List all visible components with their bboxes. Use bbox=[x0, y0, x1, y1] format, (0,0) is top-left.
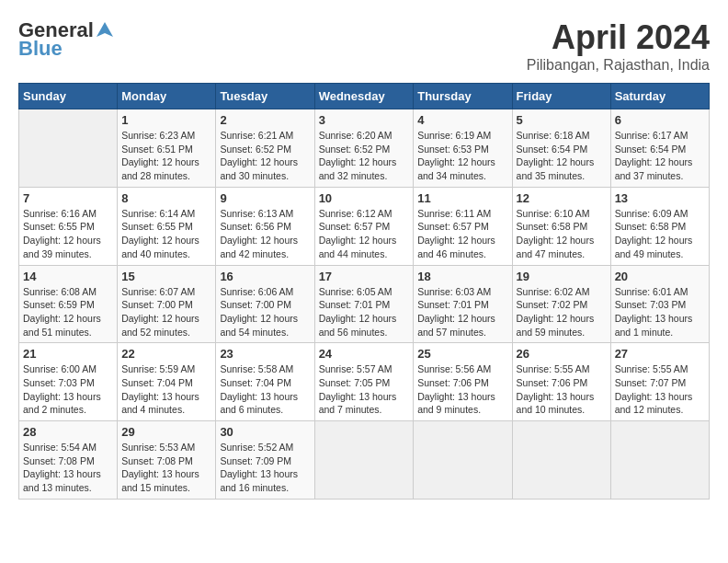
calendar-header-row: SundayMondayTuesdayWednesdayThursdayFrid… bbox=[19, 84, 710, 109]
calendar-cell: 28Sunrise: 5:54 AM Sunset: 7:08 PM Dayli… bbox=[19, 421, 118, 500]
calendar-table: SundayMondayTuesdayWednesdayThursdayFrid… bbox=[18, 83, 710, 500]
calendar-cell: 7Sunrise: 6:16 AM Sunset: 6:55 PM Daylig… bbox=[19, 187, 118, 265]
calendar-cell: 26Sunrise: 5:55 AM Sunset: 7:06 PM Dayli… bbox=[512, 343, 610, 421]
day-info: Sunrise: 6:03 AM Sunset: 7:01 PM Dayligh… bbox=[417, 285, 507, 339]
day-number: 18 bbox=[417, 270, 507, 283]
day-info: Sunrise: 5:55 AM Sunset: 7:07 PM Dayligh… bbox=[615, 362, 705, 417]
calendar-header-monday: Monday bbox=[118, 84, 216, 109]
calendar-cell: 30Sunrise: 5:52 AM Sunset: 7:09 PM Dayli… bbox=[216, 421, 314, 500]
day-number: 3 bbox=[319, 113, 410, 127]
day-number: 20 bbox=[615, 270, 705, 283]
day-info: Sunrise: 5:54 AM Sunset: 7:08 PM Dayligh… bbox=[23, 441, 113, 495]
calendar-cell: 15Sunrise: 6:07 AM Sunset: 7:00 PM Dayli… bbox=[118, 265, 216, 343]
calendar-cell: 21Sunrise: 6:00 AM Sunset: 7:03 PM Dayli… bbox=[19, 343, 118, 421]
day-info: Sunrise: 6:02 AM Sunset: 7:02 PM Dayligh… bbox=[517, 285, 607, 339]
calendar-cell: 10Sunrise: 6:12 AM Sunset: 6:57 PM Dayli… bbox=[314, 187, 414, 265]
calendar-week-row: 28Sunrise: 5:54 AM Sunset: 7:08 PM Dayli… bbox=[19, 421, 710, 500]
calendar-header-saturday: Saturday bbox=[610, 84, 709, 109]
day-number: 22 bbox=[121, 347, 211, 361]
day-info: Sunrise: 5:57 AM Sunset: 7:05 PM Dayligh… bbox=[319, 362, 410, 417]
day-number: 6 bbox=[615, 113, 705, 127]
day-info: Sunrise: 6:17 AM Sunset: 6:54 PM Dayligh… bbox=[615, 129, 705, 183]
logo: General Blue bbox=[18, 18, 115, 61]
day-info: Sunrise: 6:01 AM Sunset: 7:03 PM Dayligh… bbox=[615, 285, 705, 339]
day-info: Sunrise: 6:09 AM Sunset: 6:58 PM Dayligh… bbox=[615, 207, 705, 261]
calendar-header-friday: Friday bbox=[512, 84, 610, 109]
day-number: 13 bbox=[615, 191, 705, 205]
day-info: Sunrise: 6:18 AM Sunset: 6:54 PM Dayligh… bbox=[517, 129, 607, 183]
day-info: Sunrise: 6:08 AM Sunset: 6:59 PM Dayligh… bbox=[23, 285, 113, 339]
page-header: General Blue April 2024 Pilibangan, Raja… bbox=[18, 18, 710, 74]
day-info: Sunrise: 5:55 AM Sunset: 7:06 PM Dayligh… bbox=[517, 362, 607, 417]
day-number: 25 bbox=[417, 347, 507, 361]
day-number: 10 bbox=[319, 191, 410, 205]
day-info: Sunrise: 6:23 AM Sunset: 6:51 PM Dayligh… bbox=[121, 129, 211, 183]
day-number: 4 bbox=[417, 113, 507, 127]
calendar-cell: 5Sunrise: 6:18 AM Sunset: 6:54 PM Daylig… bbox=[512, 109, 610, 188]
calendar-week-row: 1Sunrise: 6:23 AM Sunset: 6:51 PM Daylig… bbox=[19, 109, 710, 188]
calendar-cell: 8Sunrise: 6:14 AM Sunset: 6:55 PM Daylig… bbox=[118, 187, 216, 265]
day-number: 1 bbox=[121, 113, 211, 127]
day-number: 21 bbox=[23, 347, 113, 361]
logo-icon bbox=[95, 20, 115, 40]
calendar-cell: 19Sunrise: 6:02 AM Sunset: 7:02 PM Dayli… bbox=[512, 265, 610, 343]
calendar-cell: 12Sunrise: 6:10 AM Sunset: 6:58 PM Dayli… bbox=[512, 187, 610, 265]
day-info: Sunrise: 5:58 AM Sunset: 7:04 PM Dayligh… bbox=[220, 362, 310, 417]
day-number: 7 bbox=[23, 191, 113, 205]
calendar-cell: 14Sunrise: 6:08 AM Sunset: 6:59 PM Dayli… bbox=[19, 265, 118, 343]
day-number: 28 bbox=[23, 425, 113, 439]
calendar-cell: 16Sunrise: 6:06 AM Sunset: 7:00 PM Dayli… bbox=[216, 265, 314, 343]
day-info: Sunrise: 6:20 AM Sunset: 6:52 PM Dayligh… bbox=[319, 129, 410, 183]
calendar-cell: 24Sunrise: 5:57 AM Sunset: 7:05 PM Dayli… bbox=[314, 343, 414, 421]
calendar-cell bbox=[19, 109, 118, 188]
calendar-cell: 20Sunrise: 6:01 AM Sunset: 7:03 PM Dayli… bbox=[610, 265, 709, 343]
calendar-week-row: 21Sunrise: 6:00 AM Sunset: 7:03 PM Dayli… bbox=[19, 343, 710, 421]
title-block: April 2024 Pilibangan, Rajasthan, India bbox=[527, 18, 710, 74]
day-info: Sunrise: 6:05 AM Sunset: 7:01 PM Dayligh… bbox=[319, 285, 410, 339]
day-number: 12 bbox=[517, 191, 607, 205]
day-info: Sunrise: 6:07 AM Sunset: 7:00 PM Dayligh… bbox=[121, 285, 211, 339]
day-number: 30 bbox=[220, 425, 310, 439]
day-info: Sunrise: 6:21 AM Sunset: 6:52 PM Dayligh… bbox=[220, 129, 310, 183]
day-number: 2 bbox=[220, 113, 310, 127]
day-info: Sunrise: 6:13 AM Sunset: 6:56 PM Dayligh… bbox=[220, 207, 310, 261]
calendar-cell bbox=[314, 421, 414, 500]
day-info: Sunrise: 6:14 AM Sunset: 6:55 PM Dayligh… bbox=[121, 207, 211, 261]
day-number: 8 bbox=[121, 191, 211, 205]
day-number: 11 bbox=[417, 191, 507, 205]
day-info: Sunrise: 6:19 AM Sunset: 6:53 PM Dayligh… bbox=[417, 129, 507, 183]
calendar-cell: 22Sunrise: 5:59 AM Sunset: 7:04 PM Dayli… bbox=[118, 343, 216, 421]
day-info: Sunrise: 6:10 AM Sunset: 6:58 PM Dayligh… bbox=[517, 207, 607, 261]
calendar-subtitle: Pilibangan, Rajasthan, India bbox=[527, 57, 710, 74]
day-number: 19 bbox=[517, 270, 607, 283]
day-info: Sunrise: 5:59 AM Sunset: 7:04 PM Dayligh… bbox=[121, 362, 211, 417]
logo-blue: Blue bbox=[18, 37, 63, 61]
calendar-cell: 9Sunrise: 6:13 AM Sunset: 6:56 PM Daylig… bbox=[216, 187, 314, 265]
calendar-cell: 23Sunrise: 5:58 AM Sunset: 7:04 PM Dayli… bbox=[216, 343, 314, 421]
calendar-cell: 17Sunrise: 6:05 AM Sunset: 7:01 PM Dayli… bbox=[314, 265, 414, 343]
calendar-cell bbox=[512, 421, 610, 500]
day-number: 29 bbox=[121, 425, 211, 439]
calendar-cell: 13Sunrise: 6:09 AM Sunset: 6:58 PM Dayli… bbox=[610, 187, 709, 265]
calendar-cell: 2Sunrise: 6:21 AM Sunset: 6:52 PM Daylig… bbox=[216, 109, 314, 188]
day-info: Sunrise: 5:53 AM Sunset: 7:08 PM Dayligh… bbox=[121, 441, 211, 495]
day-number: 27 bbox=[615, 347, 705, 361]
svg-marker-0 bbox=[97, 22, 113, 37]
day-info: Sunrise: 5:56 AM Sunset: 7:06 PM Dayligh… bbox=[417, 362, 507, 417]
calendar-header-wednesday: Wednesday bbox=[314, 84, 414, 109]
calendar-cell: 3Sunrise: 6:20 AM Sunset: 6:52 PM Daylig… bbox=[314, 109, 414, 188]
calendar-cell: 4Sunrise: 6:19 AM Sunset: 6:53 PM Daylig… bbox=[414, 109, 512, 188]
day-number: 17 bbox=[319, 270, 410, 283]
calendar-cell: 25Sunrise: 5:56 AM Sunset: 7:06 PM Dayli… bbox=[414, 343, 512, 421]
day-info: Sunrise: 6:00 AM Sunset: 7:03 PM Dayligh… bbox=[23, 362, 113, 417]
day-number: 24 bbox=[319, 347, 410, 361]
day-number: 14 bbox=[23, 270, 113, 283]
day-info: Sunrise: 5:52 AM Sunset: 7:09 PM Dayligh… bbox=[220, 441, 310, 495]
calendar-cell bbox=[414, 421, 512, 500]
calendar-cell: 29Sunrise: 5:53 AM Sunset: 7:08 PM Dayli… bbox=[118, 421, 216, 500]
day-info: Sunrise: 6:16 AM Sunset: 6:55 PM Dayligh… bbox=[23, 207, 113, 261]
day-number: 15 bbox=[121, 270, 211, 283]
day-number: 5 bbox=[517, 113, 607, 127]
day-number: 16 bbox=[220, 270, 310, 283]
calendar-cell: 1Sunrise: 6:23 AM Sunset: 6:51 PM Daylig… bbox=[118, 109, 216, 188]
